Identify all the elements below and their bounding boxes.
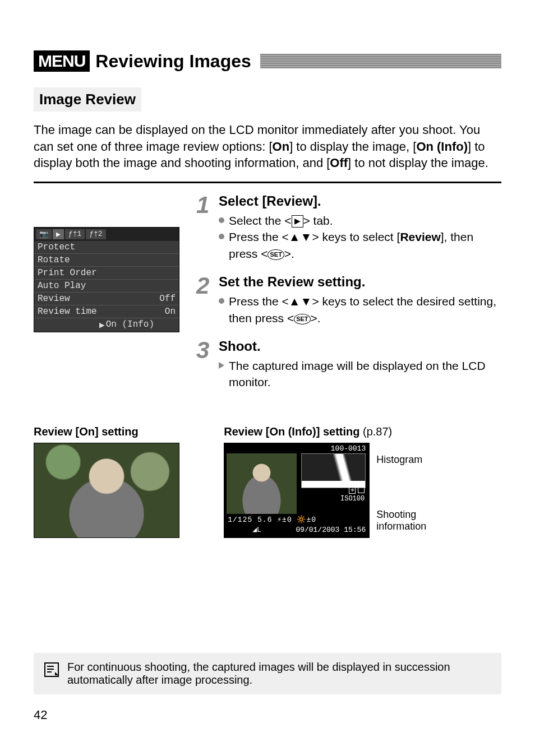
lcd-tab-play: ▶ [53, 229, 64, 239]
lcd-label: Print Order [38, 268, 97, 278]
footnote-box: For continuous shooting, the captured im… [34, 653, 501, 694]
info-quality: ◢L [252, 525, 261, 534]
info-file-number: 100-0013 [331, 444, 366, 453]
title-bar-decor [260, 54, 501, 68]
info-datetime: 09/01/2003 15:56 [296, 526, 366, 534]
result-bullet-icon [219, 362, 224, 369]
lcd-column: 📷 ▶ ƒ†1 ƒ†2 Protect Rotate Print Order A… [34, 193, 179, 332]
footnote-text: For continuous shooting, the captured im… [67, 661, 491, 687]
steps-area: 📷 ▶ ƒ†1 ƒ†2 Protect Rotate Print Order A… [34, 193, 501, 403]
lcd-caret-icon: ▶ [99, 319, 105, 331]
bullet-icon [219, 298, 224, 304]
section-subheading: Image Review [34, 87, 141, 112]
lcd-row-rotate: Rotate [34, 254, 179, 267]
steps-column: 1 Select [Review]. Select the <▶> tab. P… [196, 193, 501, 403]
ann-histogram-label: Histogram [376, 454, 455, 466]
step-1: 1 Select [Review]. Select the <▶> tab. P… [196, 193, 501, 262]
lcd-tab-ft1: ƒ†1 [65, 229, 85, 239]
step-3: 3 Shoot. The captured image will be disp… [196, 338, 501, 391]
lcd-label: Review time [38, 307, 97, 317]
example-caption: Review [On] setting [34, 425, 207, 438]
lcd-row-print-order: Print Order [34, 267, 179, 280]
lcd-row-selected: ▶ On (Info) [34, 318, 179, 332]
info-thumbnail [227, 453, 297, 514]
set-button-icon: SET [294, 314, 310, 324]
step-line: Press the <▲▼> keys to select the desire… [219, 293, 501, 326]
lcd-selected-value: On (Info) [106, 319, 154, 331]
card-icon [358, 486, 365, 493]
lcd-label: Review [38, 294, 70, 304]
step-title: Set the Review setting. [219, 274, 501, 290]
example-caption: Review [On (Info)] setting (p.87) [224, 425, 501, 438]
step-number: 3 [196, 338, 213, 391]
example-on-info: Review [On (Info)] setting (p.87) 100-00… [224, 425, 501, 538]
step-number: 2 [196, 274, 213, 326]
menu-badge: MENU [34, 50, 90, 72]
lcd-row-auto-play: Auto Play [34, 280, 179, 293]
bullet-icon [219, 234, 224, 239]
exposure-lock-icon: ✲ [349, 486, 356, 494]
page-number: 42 [34, 708, 47, 722]
info-icons-row: ✲ [349, 486, 365, 494]
set-button-icon: SET [268, 249, 284, 260]
step-line-text: The captured image will be displayed on … [229, 358, 501, 391]
play-tab-icon: ▶ [292, 215, 303, 228]
lcd-value: Off [159, 294, 176, 304]
info-histogram [301, 453, 366, 488]
examples-row: Review [On] setting Review [On (Info)] s… [34, 425, 501, 538]
lcd-row-review: Review Off [34, 293, 179, 305]
page-title: Reviewing Images [95, 51, 251, 72]
info-exposure-line: 1/125 5.6 ⚡±0 🔆±0 [228, 515, 316, 524]
lcd-value: On [165, 307, 176, 317]
example-caption-light: (p.87) [359, 425, 392, 438]
updown-icon: ▲▼ [289, 295, 312, 308]
lcd-tab-camera: 📷 [36, 229, 52, 239]
lcd-menu-screenshot: 📷 ▶ ƒ†1 ƒ†2 Protect Rotate Print Order A… [34, 227, 179, 332]
intro-paragraph: The image can be displayed on the LCD mo… [34, 122, 501, 171]
step-number: 1 [196, 193, 213, 262]
annotation-labels: Histogram Shooting information [376, 443, 455, 538]
example-caption-bold: Review [On (Info)] setting [224, 425, 359, 438]
step-line: Press the <▲▼> keys to select [Review], … [219, 229, 501, 262]
step-2: 2 Set the Review setting. Press the <▲▼>… [196, 274, 501, 326]
lcd-row-review-time: Review time On [34, 305, 179, 318]
note-icon [44, 662, 59, 678]
lcd-label: Protect [38, 242, 75, 252]
lcd-tab-ft2: ƒ†2 [86, 229, 105, 239]
divider [34, 182, 501, 183]
lcd-tabs: 📷 ▶ ƒ†1 ƒ†2 [34, 228, 179, 241]
step-line: The captured image will be displayed on … [219, 358, 501, 391]
info-screen: 100-0013 ✲ ISO100 1/125 5.6 ⚡±0 🔆±0 ◢L 0… [224, 443, 370, 538]
step-title: Shoot. [219, 338, 501, 354]
annotated-info-screen: 100-0013 ✲ ISO100 1/125 5.6 ⚡±0 🔆±0 ◢L 0… [224, 443, 501, 538]
step-title: Select [Review]. [219, 193, 501, 209]
info-iso: ISO100 [340, 495, 365, 503]
step-line: Select the <▶> tab. [219, 212, 501, 229]
lcd-label: Rotate [38, 255, 70, 265]
example-on: Review [On] setting [34, 425, 207, 538]
updown-icon: ▲▼ [289, 230, 312, 243]
example-photo [34, 443, 179, 538]
lcd-row-protect: Protect [34, 241, 179, 254]
lcd-label: Auto Play [38, 281, 86, 291]
ann-shooting-label: Shooting information [376, 509, 455, 532]
page-title-row: MENU Reviewing Images [34, 50, 501, 72]
bullet-icon [219, 217, 224, 223]
